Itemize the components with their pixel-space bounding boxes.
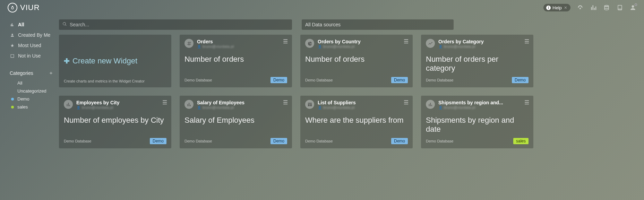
widget-card[interactable]: ☰Employees by City👤bruno@viurdata.ptNumb… <box>59 96 171 148</box>
nav-label: All <box>18 22 24 27</box>
widget-source: Demo Database <box>426 139 454 143</box>
widget-tag[interactable]: sales <box>513 138 529 144</box>
widget-description: Number of orders <box>184 55 287 64</box>
nav-label: Most Used <box>18 43 41 48</box>
user-icon: 👤 <box>438 45 443 49</box>
create-widget-desc: Create charts and metrics in the Widget … <box>64 79 145 83</box>
widget-author: 👤bruno@viurdata.pt <box>318 106 408 110</box>
card-menu-icon[interactable]: ☰ <box>524 99 529 106</box>
sidebar-nav-all[interactable]: All <box>8 19 55 30</box>
category-label: sales <box>17 104 28 110</box>
bars-icon <box>426 100 435 109</box>
widget-source: Demo Database <box>184 78 212 82</box>
card-menu-icon[interactable]: ☰ <box>404 99 409 106</box>
card-menu-icon[interactable]: ☰ <box>524 38 529 45</box>
widget-card[interactable]: ☰Shipsments by region and...👤bruno@viurd… <box>421 96 533 148</box>
category-label: Uncategorized <box>17 88 46 94</box>
nav-icon <box>10 23 15 27</box>
widget-title: Orders by Category <box>438 39 529 44</box>
category-demo[interactable]: Demo <box>8 95 55 103</box>
sidebar-nav-not-in-use[interactable]: Not in Use <box>8 51 55 61</box>
widget-source: Demo Database <box>305 139 333 143</box>
help-button[interactable]: i Help × <box>543 4 570 11</box>
card-menu-icon[interactable]: ☰ <box>283 99 288 106</box>
widget-source: Demo Database <box>184 139 212 143</box>
plus-icon: ✚ <box>64 57 70 65</box>
widget-tag[interactable]: Demo <box>150 138 166 144</box>
widget-description: Shipsments by region and date <box>426 116 529 134</box>
category-label: Demo <box>17 96 29 102</box>
search-box[interactable] <box>59 19 292 30</box>
hash-icon <box>184 39 194 48</box>
widget-tag[interactable]: Demo <box>271 77 287 83</box>
bars-icon <box>184 100 194 109</box>
widget-description: Number of employees by City <box>64 116 166 125</box>
widget-tag[interactable]: Demo <box>512 77 529 83</box>
widget-card[interactable]: ☰List of Suppliers👤bruno@viurdata.ptWher… <box>300 96 413 148</box>
widget-card[interactable]: ☰Orders by Country👤bruno@viurdata.ptNumb… <box>300 35 413 87</box>
widget-title: Orders <box>197 39 287 44</box>
search-input[interactable] <box>70 22 289 27</box>
notification-dot <box>635 3 637 6</box>
widget-card[interactable]: ☰Orders by Category👤bruno@viurdata.ptNum… <box>421 35 533 87</box>
widget-description: Number of orders per category <box>426 55 529 73</box>
user-icon: 👤 <box>318 106 322 110</box>
sidebar-nav-most-used[interactable]: Most Used <box>8 40 55 51</box>
widget-title: Shipsments by region and... <box>438 100 529 105</box>
nav-label: Not in Use <box>18 53 41 59</box>
widget-tag[interactable]: Demo <box>391 77 408 83</box>
widget-title: List of Suppliers <box>318 100 408 105</box>
user-icon: 👤 <box>318 45 322 49</box>
user-icon: 👤 <box>197 45 201 49</box>
flame-icon <box>8 3 17 12</box>
user-icon: 👤 <box>76 106 80 110</box>
widget-card[interactable]: ☰Salary of Employees👤bruno@viurdata.ptSa… <box>180 96 292 148</box>
widget-author: 👤bruno@viurdata.pt <box>197 45 287 49</box>
user-icon: 👤 <box>197 106 201 110</box>
category-sales[interactable]: sales <box>8 103 55 111</box>
nav-label: Created By Me <box>18 32 50 38</box>
analytics-icon[interactable] <box>590 4 597 11</box>
add-category-button[interactable]: ＋ <box>49 70 53 76</box>
database-icon[interactable] <box>603 4 610 11</box>
datasource-filter[interactable]: All Data sources <box>302 19 454 30</box>
info-icon: i <box>546 6 551 10</box>
book-icon[interactable] <box>616 4 623 11</box>
table-icon <box>305 100 314 109</box>
category-label: All <box>17 80 22 86</box>
brand-logo[interactable]: VIUR <box>8 3 40 12</box>
widget-source: Demo Database <box>426 78 454 82</box>
widget-description: Number of orders <box>305 55 408 64</box>
widget-tag[interactable]: Demo <box>271 138 287 144</box>
widget-author: 👤bruno@viurdata.pt <box>76 106 166 110</box>
create-widget-label: Create new Widget <box>72 56 137 66</box>
card-menu-icon[interactable]: ☰ <box>283 38 288 45</box>
card-menu-icon[interactable]: ☰ <box>404 38 409 45</box>
line-icon <box>426 39 435 48</box>
widget-tag[interactable]: Demo <box>391 138 408 144</box>
datasource-filter-label: All Data sources <box>305 22 341 27</box>
brand-name: VIUR <box>20 3 40 12</box>
widget-title: Salary of Employees <box>197 100 287 105</box>
category-color-dot <box>11 98 14 101</box>
help-label: Help <box>552 5 562 10</box>
card-menu-icon[interactable]: ☰ <box>162 99 167 106</box>
widget-source: Demo Database <box>305 78 333 82</box>
widget-description: Where are the suppliers from <box>305 116 408 125</box>
nav-icon <box>10 33 15 37</box>
category-all[interactable]: All <box>8 79 55 87</box>
dashboard-icon[interactable] <box>577 4 584 11</box>
create-widget-card[interactable]: ✚Create new WidgetCreate charts and metr… <box>59 35 171 87</box>
widget-title: Orders by Country <box>318 39 408 44</box>
sidebar-nav-created-by-me[interactable]: Created By Me <box>8 30 55 40</box>
widget-source: Demo Database <box>64 139 92 143</box>
category-uncategorized[interactable]: Uncategorized <box>8 87 55 95</box>
user-notifications-icon[interactable] <box>629 4 636 11</box>
search-icon <box>62 22 67 27</box>
widget-card[interactable]: ☰Orders👤bruno@viurdata.ptNumber of order… <box>180 35 292 87</box>
widget-title: Employees by City <box>76 100 166 105</box>
close-icon[interactable]: × <box>564 5 567 10</box>
pie-icon <box>305 39 314 48</box>
widget-author: 👤bruno@viurdata.pt <box>318 45 408 49</box>
nav-icon <box>10 43 15 48</box>
